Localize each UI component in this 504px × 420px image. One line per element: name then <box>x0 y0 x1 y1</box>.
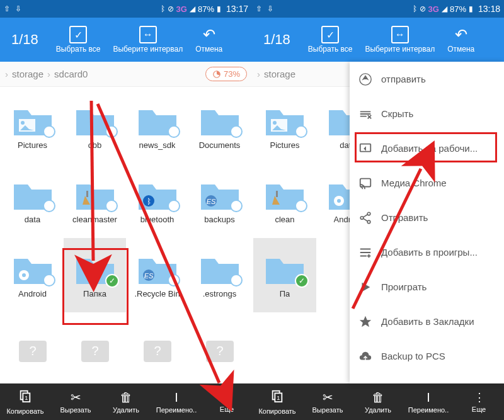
radio-icon <box>168 125 180 138</box>
battery-text: 87% <box>198 4 214 14</box>
folder-label: news_sdk <box>139 140 176 150</box>
folder-item[interactable]: ? <box>64 312 126 383</box>
scissors-icon: ✂ <box>71 390 81 405</box>
folder-icon <box>10 177 55 212</box>
rename-button[interactable]: IПереимено.. <box>151 383 202 420</box>
folder-icon <box>197 103 243 138</box>
svg-text:ES: ES <box>206 198 215 205</box>
folder-icon: ? <box>10 332 55 367</box>
menu-item-label: Добавить в проигры... <box>381 247 478 258</box>
folder-label: Documents <box>199 140 241 150</box>
folder-icon <box>262 177 307 212</box>
more-icon: ⋮ <box>474 390 484 404</box>
cancel-button[interactable]: ↶ Отмена <box>189 26 229 54</box>
folder-icon: ES <box>197 177 243 212</box>
folder-item[interactable]: Documents <box>188 89 251 164</box>
copy-icon: 1 <box>270 389 284 406</box>
radio-icon <box>168 200 180 212</box>
delete-button[interactable]: 🗑Удалить <box>101 383 151 420</box>
network-icon: 3G <box>176 4 187 14</box>
range-icon: ↔ <box>391 26 409 43</box>
folder-label: Pictures <box>270 140 300 150</box>
breadcrumb-seg[interactable]: storage <box>12 69 43 79</box>
folder-item[interactable]: obb <box>64 89 126 164</box>
menu-item[interactable]: Скрыть <box>350 96 504 131</box>
folder-item[interactable]: .estrongs <box>188 238 251 312</box>
folder-grid: Picturesobbnews_sdkDocumentsdatacleanmas… <box>0 87 252 383</box>
svg-text:ᛒ: ᛒ <box>146 197 151 206</box>
folder-item[interactable]: Android <box>1 238 64 312</box>
radio-icon <box>230 200 243 212</box>
select-range-button[interactable]: ↔ Выберите интервал <box>358 26 441 54</box>
svg-text:1: 1 <box>277 394 280 400</box>
svg-point-27 <box>337 199 341 203</box>
folder-icon <box>10 103 55 138</box>
select-range-button[interactable]: ↔ Выберите интервал <box>106 26 189 54</box>
folder-item[interactable]: clean <box>253 164 316 238</box>
clock: 13:18 <box>478 4 500 14</box>
storage-badge[interactable]: 73% <box>205 67 247 81</box>
folder-item[interactable]: news_sdk <box>126 89 188 164</box>
menu-item[interactable]: Backup to PCS <box>350 339 504 373</box>
battery-icon: ▮ <box>217 4 221 13</box>
more-button[interactable]: ⋮Еще <box>202 383 252 420</box>
svg-text:?: ? <box>29 344 36 358</box>
check-icon: ✓ <box>69 26 87 43</box>
delete-button[interactable]: 🗑Удалить <box>353 383 403 420</box>
share-icon <box>358 211 372 225</box>
folder-item[interactable]: ✓Па <box>253 238 316 312</box>
cursor-icon: I <box>175 390 178 405</box>
menu-item[interactable]: Медиа Chrome <box>350 166 504 200</box>
menu-item[interactable]: Добавить в проигры... <box>350 235 504 270</box>
breadcrumb-seg[interactable]: storage <box>264 69 295 79</box>
more-button[interactable]: ⋮Еще <box>454 383 504 420</box>
folder-item[interactable]: ? <box>1 312 64 383</box>
folder-item[interactable]: Pictures <box>1 89 64 164</box>
menu-item[interactable]: Добавить в Закладки <box>350 304 504 339</box>
folder-item[interactable]: ? <box>126 312 188 383</box>
range-icon: ↔ <box>139 26 157 43</box>
svg-point-9 <box>22 273 26 277</box>
svg-point-2 <box>21 121 25 125</box>
cut-button[interactable]: ✂Вырезать <box>302 383 353 420</box>
svg-text:?: ? <box>154 344 161 358</box>
folder-icon: ᛒ <box>135 177 180 212</box>
folder-icon: ? <box>135 332 180 367</box>
radio-icon <box>168 274 180 287</box>
menu-item[interactable]: Добавить на рабочи... <box>350 131 504 166</box>
radio-icon <box>230 274 243 287</box>
chevron-right-icon: › <box>47 69 50 79</box>
rename-button[interactable]: IПереимено.. <box>403 383 454 420</box>
copy-button[interactable]: 1Копировать <box>0 383 50 420</box>
radio-icon <box>43 274 55 287</box>
folder-item[interactable]: ᛒbluetooth <box>126 164 188 238</box>
status-bar: ⇧ ⇩ ᛒ ⊘ 3G ◢ 87% ▮ 13:18 <box>252 0 504 18</box>
radio-icon <box>105 200 118 212</box>
folder-item[interactable]: ESbackups <box>188 164 251 238</box>
menu-item[interactable]: Расшифровать <box>350 373 504 383</box>
folder-item[interactable]: ✓Папка <box>64 238 126 312</box>
breadcrumb-seg[interactable]: sdcard0 <box>54 69 88 79</box>
folder-icon <box>262 103 307 138</box>
menu-item[interactable]: Отправить <box>350 200 504 235</box>
location-off-icon: ⊘ <box>168 4 174 13</box>
folder-item[interactable]: cleanmaster <box>64 164 126 238</box>
bluetooth-icon: ᛒ <box>413 4 417 13</box>
cancel-button[interactable]: ↶ Отмена <box>441 26 481 54</box>
menu-item[interactable]: Проиграть <box>350 270 504 304</box>
folder-icon <box>72 103 118 138</box>
folder-item[interactable]: data <box>1 164 64 238</box>
radio-icon <box>230 125 243 138</box>
folder-item[interactable]: ? <box>188 312 251 383</box>
select-all-button[interactable]: ✓ Выбрать все <box>50 26 107 54</box>
folder-label: backups <box>204 215 234 225</box>
folder-item[interactable]: Pictures <box>253 89 316 164</box>
cut-button[interactable]: ✂Вырезать <box>50 383 101 420</box>
menu-item[interactable]: отправить <box>350 62 504 96</box>
folder-item[interactable]: ES.Recycle Bin <box>126 238 188 312</box>
select-all-button[interactable]: ✓ Выбрать все <box>302 26 359 54</box>
selection-toolbar: 1/18 ✓ Выбрать все ↔ Выберите интервал ↶… <box>252 18 504 62</box>
copy-button[interactable]: 1Копировать <box>252 383 302 420</box>
svg-rect-3 <box>86 191 88 197</box>
addplay-icon <box>358 246 372 259</box>
